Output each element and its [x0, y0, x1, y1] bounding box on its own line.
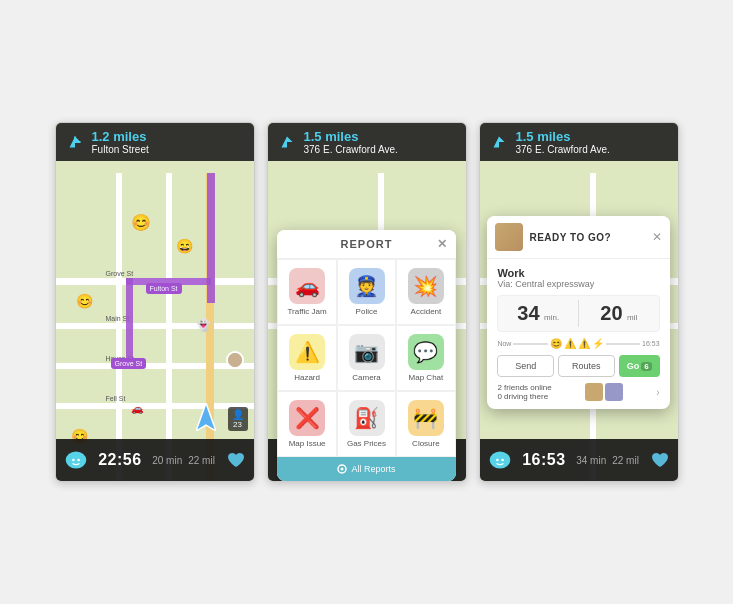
svg-point-1: [65, 451, 86, 468]
camera-icon: 📷: [349, 334, 385, 370]
report-item-gas[interactable]: ⛽ Gas Prices: [337, 391, 396, 457]
stats-row: 34 min. 20 mil: [497, 295, 659, 332]
nav-header-3: 1.5 miles 376 E. Crawford Ave.: [480, 123, 678, 161]
accident-icon: 💥: [408, 268, 444, 304]
report-item-mapchat[interactable]: 💬 Map Chat: [396, 325, 455, 391]
bottom-bar-1: 22:56 20 min 22 mil: [56, 439, 254, 481]
action-buttons: Send Routes Go 6: [497, 355, 659, 377]
time-stat: 34 min.: [498, 296, 578, 331]
all-reports-btn[interactable]: All Reports: [277, 457, 455, 481]
svg-marker-0: [196, 403, 216, 431]
go-button[interactable]: Go 6: [619, 355, 660, 377]
report-item-traffic[interactable]: 🚗 Traffic Jam: [277, 259, 336, 325]
map-issue-label: Map Issue: [289, 439, 326, 448]
nav-turn-arrow: [64, 131, 86, 153]
waze-logo-1[interactable]: [64, 448, 88, 472]
nav-time-3: 16:53: [522, 451, 565, 469]
friends-row: 2 friends online 0 driving there ›: [497, 383, 659, 401]
nav-min-3: 34 min: [576, 455, 606, 466]
dist-val: 20: [600, 302, 622, 324]
nav-mil-1: 22 mil: [188, 455, 215, 466]
nav-header-1: 1.2 miles Fulton Street: [56, 123, 254, 161]
nav-stats-3: 34 min 22 mil: [576, 455, 639, 466]
hazard-label: Hazard: [294, 373, 320, 382]
waze-char-1: 😊: [131, 213, 151, 232]
map-issue-icon: ❌: [289, 400, 325, 436]
nav-info-3: 1.5 miles 376 E. Crawford Ave.: [516, 129, 610, 155]
svg-point-5: [341, 468, 344, 471]
report-item-mapissue[interactable]: ❌ Map Issue: [277, 391, 336, 457]
user-avatar-pin: [226, 351, 244, 369]
grove-st-pill: Grove St: [111, 358, 147, 369]
timeline-icon-4: ⚡: [592, 338, 604, 349]
time-end-label: 16:53: [642, 340, 660, 347]
friends-avatars: [585, 383, 623, 401]
ready-close-btn[interactable]: ✕: [652, 230, 662, 244]
waze-logo-3[interactable]: [488, 448, 512, 472]
report-close-btn[interactable]: ✕: [437, 237, 448, 251]
map-road-v1: [116, 173, 122, 481]
user-avatar-ready: [495, 223, 523, 251]
favorite-icon-1[interactable]: [226, 450, 246, 470]
favorite-icon-3[interactable]: [650, 450, 670, 470]
report-item-accident[interactable]: 💥 Accident: [396, 259, 455, 325]
ready-body: Work Via: Central expressway 34 min. 20 …: [487, 259, 669, 409]
timeline-icon-1: 😊: [550, 338, 562, 349]
report-title: REPORT: [341, 238, 393, 250]
routes-button[interactable]: Routes: [558, 355, 615, 377]
location-icon: [337, 464, 347, 474]
friends-count: 2 friends online: [497, 383, 551, 392]
all-reports-label: All Reports: [351, 464, 395, 474]
svg-point-2: [72, 459, 75, 462]
timeline-icon-2: ⚠️: [564, 338, 576, 349]
dist-stat: 20 mil: [579, 296, 659, 331]
nav-distance-3: 1.5 miles: [516, 129, 610, 144]
nav-distance-2: 1.5 miles: [304, 129, 398, 144]
map-chat-icon: 💬: [408, 334, 444, 370]
ready-modal: READY TO GO? ✕ Work Via: Central express…: [487, 216, 669, 409]
dist-unit: mil: [627, 313, 637, 322]
nav-min-1: 20 min: [152, 455, 182, 466]
waze-char-4: 👻: [196, 318, 211, 332]
timeline-line: [513, 343, 547, 345]
svg-point-9: [489, 451, 510, 468]
nav-mil-3: 22 mil: [612, 455, 639, 466]
timeline-line-2: [606, 343, 640, 345]
waze-char-2: 😄: [176, 238, 193, 254]
timeline-icon-3: ⚠️: [578, 338, 590, 349]
camera-label: Camera: [352, 373, 380, 382]
people-count-badge: 👤 23: [228, 407, 248, 431]
waze-char-3: 😊: [76, 293, 93, 309]
grove-st-label: Grove St: [106, 270, 134, 277]
report-item-closure[interactable]: 🚧 Closure: [396, 391, 455, 457]
time-start-label: Now: [497, 340, 511, 347]
map-road-fell: [56, 403, 254, 409]
nav-distance-1: 1.2 miles: [92, 129, 149, 144]
ready-header-left: READY TO GO?: [495, 223, 611, 251]
accident-label: Accident: [411, 307, 442, 316]
traffic-jam-label: Traffic Jam: [288, 307, 327, 316]
send-button[interactable]: Send: [497, 355, 554, 377]
friend-avatar-1: [585, 383, 603, 401]
report-item-camera[interactable]: 📷 Camera: [337, 325, 396, 391]
report-grid: 🚗 Traffic Jam 👮 Police 💥 Accident ⚠️ Haz…: [277, 259, 455, 457]
ready-header: READY TO GO? ✕: [487, 216, 669, 259]
police-icon: 👮: [349, 268, 385, 304]
friend-avatar-2: [605, 383, 623, 401]
fulton-st-pill: Fulton St: [146, 283, 182, 294]
nav-info: 1.2 miles Fulton Street: [92, 129, 149, 155]
friends-chevron[interactable]: ›: [656, 387, 659, 398]
map-road-v2: [166, 173, 172, 481]
report-item-hazard[interactable]: ⚠️ Hazard: [277, 325, 336, 391]
report-modal: REPORT ✕ 🚗 Traffic Jam 👮 Police 💥 Accide…: [277, 230, 455, 481]
svg-point-11: [501, 459, 504, 462]
nav-street-2: 376 E. Crawford Ave.: [304, 144, 398, 155]
report-item-police[interactable]: 👮 Police: [337, 259, 396, 325]
screenshots-container: Grove St Main St Hayes St Fell St Fulton…: [35, 102, 699, 502]
nav-turn-arrow-3: [488, 131, 510, 153]
gas-prices-icon: ⛽: [349, 400, 385, 436]
bottom-bar-3: 16:53 34 min 22 mil: [480, 439, 678, 481]
svg-point-10: [496, 459, 499, 462]
via-label: Via: Central expressway: [497, 279, 659, 289]
traffic-icon: 🚗: [131, 403, 143, 414]
